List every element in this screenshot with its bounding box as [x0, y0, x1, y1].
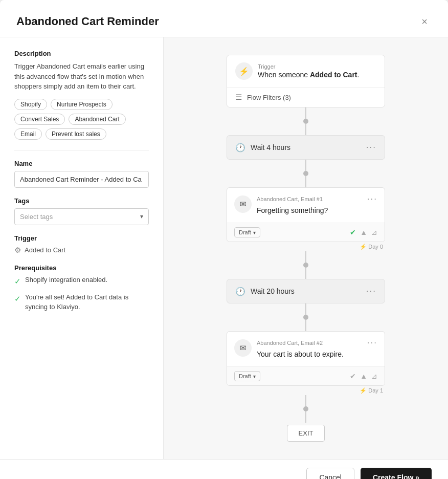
draft-badge-2[interactable]: Draft ▾: [234, 371, 260, 381]
chevron-down-icon: ▾: [140, 213, 143, 220]
chip-prevent: Prevent lost sales: [46, 128, 106, 140]
chip-convert: Convert Sales: [14, 114, 65, 125]
trigger-icon: ⚡: [235, 62, 253, 80]
description-text: Trigger Abandoned Cart emails earlier us…: [14, 61, 149, 92]
connector-1: [305, 107, 306, 119]
email-header-row-2: ✉ Abandoned Cart, Email #2 ··· Your cart…: [234, 338, 377, 358]
envelope-icon-2: ✉: [234, 339, 252, 357]
close-button[interactable]: ×: [417, 14, 432, 29]
prereq-item-2: ✓ You're all set! Added to Cart data is …: [14, 293, 149, 312]
tags-placeholder: Select tags: [20, 213, 53, 221]
wait-label-2: Wait 20 hours: [251, 287, 295, 295]
connector-dot-5: [303, 406, 308, 411]
trigger-prefix: When someone: [258, 71, 310, 79]
modal-body: Description Trigger Abandoned Cart email…: [0, 37, 448, 459]
draft-arrow-1: ▾: [253, 230, 256, 235]
filter-action-icon-1[interactable]: ⊿: [371, 228, 377, 236]
draft-label-1: Draft: [239, 229, 251, 235]
email-subject-2: Your cart is about to expire.: [257, 350, 377, 358]
draft-arrow-2: ▾: [253, 374, 256, 379]
chip-nurture: Nurture Prospects: [51, 99, 113, 110]
wait-card-2: 🕐 Wait 20 hours ···: [227, 279, 385, 303]
modal-title: Abandoned Cart Reminder: [16, 15, 159, 28]
dots-menu-1[interactable]: ···: [366, 142, 376, 153]
modal-footer: Cancel Create Flow »: [0, 459, 448, 479]
connector-8: [305, 320, 306, 331]
connector-2: [305, 124, 306, 135]
chip-shopify: Shopify: [14, 99, 47, 110]
envelope-icon-1: ✉: [234, 195, 252, 213]
modal-container: Abandoned Cart Reminder × Description Tr…: [0, 0, 448, 479]
trigger-value: Added to Cart: [25, 246, 65, 254]
flow-container: ⚡ Trigger When someone Added to Cart. ☰ …: [164, 50, 448, 447]
trigger-card-inner: ⚡ Trigger When someone Added to Cart.: [227, 55, 385, 87]
left-panel: Description Trigger Abandoned Cart email…: [0, 37, 164, 459]
trigger-section: Trigger ⚙ Added to Cart: [14, 234, 149, 255]
email-card-1-footer: Draft ▾ ✔ ▲ ⊿: [227, 223, 385, 242]
check-action-icon-1[interactable]: ✔: [350, 228, 356, 236]
up-arrow-icon-2[interactable]: ▲: [360, 372, 367, 380]
email-card-meta-1: Abandoned Cart, Email #1 ···: [257, 194, 377, 204]
email-actions-1: ✔ ▲ ⊿: [350, 228, 377, 236]
prerequisites-label: Prerequisites: [14, 264, 149, 272]
modal-header: Abandoned Cart Reminder ×: [0, 0, 448, 37]
flow-filter-row[interactable]: ☰ Flow Filters (3): [227, 87, 385, 107]
name-input[interactable]: [14, 171, 149, 188]
chip-row: Shopify Nurture Prospects Convert Sales …: [14, 99, 149, 140]
clock-icon-2: 🕐: [235, 287, 245, 296]
create-flow-button[interactable]: Create Flow »: [361, 468, 432, 479]
name-label: Name: [14, 160, 149, 167]
cancel-button[interactable]: Cancel: [306, 468, 354, 479]
connector-4: [305, 176, 306, 187]
connector-dot-1: [303, 119, 308, 124]
day1-text: ⚡ Day 1: [360, 387, 383, 394]
prerequisites-section: Prerequisites ✓ Shopify integration enab…: [14, 264, 149, 312]
email-card-1: ✉ Abandoned Cart, Email #1 ··· Forgettin…: [227, 187, 385, 242]
filter-icon: ☰: [235, 93, 242, 102]
connector-6: [305, 268, 306, 279]
connector-10: [305, 411, 306, 423]
email-card-meta-2: Abandoned Cart, Email #2 ···: [257, 338, 377, 348]
trigger-card-main: When someone Added to Cart.: [258, 71, 359, 79]
prereq-text-1: Shopify integration enabled.: [25, 275, 107, 285]
wait-card-1: 🕐 Wait 4 hours ···: [227, 135, 385, 160]
trigger-card-header: ⚡ Trigger When someone Added to Cart.: [235, 62, 376, 80]
wait-label-1: Wait 4 hours: [251, 143, 290, 151]
email-name-2: Abandoned Cart, Email #2: [257, 340, 323, 346]
check-action-icon-2[interactable]: ✔: [350, 372, 356, 380]
clock-icon-1: 🕐: [235, 143, 245, 153]
draft-badge-1[interactable]: Draft ▾: [234, 227, 260, 237]
description-label: Description: [14, 50, 149, 57]
trigger-value-row: ⚙ Added to Cart: [14, 246, 149, 255]
trigger-label: Trigger: [14, 234, 149, 242]
connector-7: [305, 303, 306, 315]
exit-button[interactable]: EXIT: [287, 425, 325, 442]
trigger-card-title: Trigger: [258, 63, 359, 70]
up-arrow-icon-1[interactable]: ▲: [360, 228, 367, 236]
email-name-1: Abandoned Cart, Email #1: [257, 196, 323, 202]
prereq-item-1: ✓ Shopify integration enabled.: [14, 275, 149, 287]
trigger-bold: Added to Cart: [310, 71, 357, 79]
prereq-text-2: You're all set! Added to Cart data is sy…: [25, 293, 149, 312]
email-actions-2: ✔ ▲ ⊿: [350, 372, 377, 380]
day0-text: ⚡ Day 0: [360, 244, 383, 250]
dots-menu-email-2[interactable]: ···: [367, 338, 377, 348]
draft-label-2: Draft: [239, 373, 251, 379]
day0-label: ⚡ Day 0: [227, 244, 385, 250]
email-card-2-top: ✉ Abandoned Cart, Email #2 ··· Your cart…: [227, 332, 385, 366]
trigger-suffix: .: [357, 71, 360, 79]
connector-dot-2: [303, 171, 308, 176]
tags-label: Tags: [14, 197, 149, 205]
chip-abandoned: Abandoned Cart: [69, 114, 125, 125]
gear-icon: ⚙: [14, 246, 21, 255]
dots-menu-email-1[interactable]: ···: [367, 194, 377, 204]
dots-menu-2[interactable]: ···: [366, 286, 376, 296]
email-card-2-footer: Draft ▾ ✔ ▲ ⊿: [227, 366, 385, 385]
tags-select[interactable]: Select tags ▾: [14, 208, 149, 225]
check-icon-1: ✓: [14, 276, 21, 287]
chip-email: Email: [14, 128, 42, 140]
email-subject-1: Forgetting something?: [257, 206, 377, 214]
connector-9: [305, 395, 306, 406]
filter-action-icon-2[interactable]: ⊿: [371, 372, 377, 380]
connector-dot-4: [303, 315, 308, 320]
